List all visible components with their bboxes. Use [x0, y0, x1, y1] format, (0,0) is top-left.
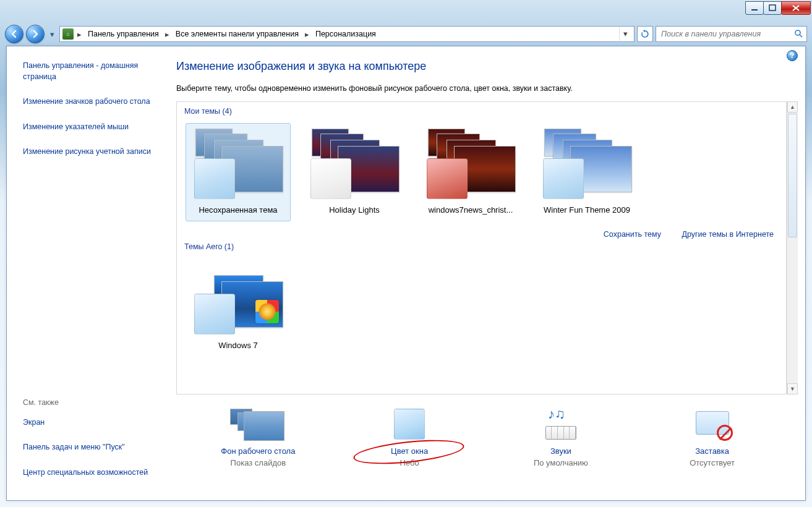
- page-title: Изменение изображения и звука на компьют…: [176, 55, 805, 84]
- window-titlebar: [0, 0, 812, 22]
- theme-label: Winter Fun Theme 2009: [535, 205, 639, 215]
- save-theme-link[interactable]: Сохранить тему: [604, 230, 661, 239]
- theme-label: Holiday Lights: [302, 205, 406, 215]
- theme-unsaved[interactable]: Несохраненная тема: [186, 123, 291, 221]
- close-button[interactable]: [781, 1, 811, 15]
- window-body: Панель управления - домашняя страница Из…: [6, 46, 806, 501]
- page-description: Выберите тему, чтобы одновременно измени…: [176, 84, 805, 101]
- window-color-setting[interactable]: Цвет окна Небо: [338, 406, 481, 467]
- desktop-background-icon: [230, 407, 286, 441]
- theme-holiday-lights[interactable]: Holiday Lights: [302, 123, 407, 221]
- forward-button[interactable]: [26, 25, 45, 43]
- scroll-down-button[interactable]: ▼: [787, 383, 798, 394]
- setting-label: Заставка: [641, 446, 784, 458]
- my-themes-heading: Мои темы (4): [184, 106, 779, 121]
- sidebar-home-link[interactable]: Панель управления - домашняя страница: [23, 58, 161, 93]
- address-bar[interactable]: ⌂ ▸ Панель управления ▸ Все элементы пан…: [59, 26, 635, 42]
- minimize-button[interactable]: [745, 1, 764, 15]
- themes-pane: Мои темы (4) Несохраненная тема: [176, 101, 787, 394]
- theme-winter-fun-2009[interactable]: Winter Fun Theme 2009: [534, 123, 639, 221]
- svg-rect-0: [751, 9, 758, 11]
- chevron-right-icon[interactable]: ▸: [302, 30, 312, 39]
- theme-label: windows7news_christ...: [419, 205, 523, 215]
- address-dropdown-icon[interactable]: ▾: [619, 27, 631, 41]
- control-panel-icon: ⌂: [62, 28, 74, 40]
- window-color-icon: [394, 409, 425, 440]
- setting-label: Фон рабочего стола: [187, 446, 329, 458]
- my-themes-row: Несохраненная тема Holiday Lights: [184, 121, 779, 221]
- search-box[interactable]: [656, 26, 807, 42]
- see-also-heading: См. также: [23, 394, 161, 414]
- nav-row: ▾ ⌂ ▸ Панель управления ▸ Все элементы п…: [0, 22, 812, 46]
- setting-value: Показ слайдов: [187, 458, 329, 467]
- search-icon[interactable]: [794, 29, 803, 40]
- help-button[interactable]: ?: [787, 50, 798, 61]
- setting-value: По умолчанию: [490, 458, 632, 467]
- chevron-right-icon[interactable]: ▸: [163, 30, 172, 39]
- theme-action-links: Сохранить тему Другие темы в Интернете: [184, 221, 779, 241]
- sidebar-link-account-picture[interactable]: Изменение рисунка учетной записи: [23, 143, 161, 169]
- theme-label: Windows 7: [186, 341, 290, 350]
- sidebar-link-mouse-pointers[interactable]: Изменение указателей мыши: [23, 119, 161, 144]
- online-themes-link[interactable]: Другие темы в Интернете: [682, 230, 774, 239]
- sounds-icon: ♪♫: [539, 409, 583, 440]
- nav-history-dropdown[interactable]: ▾: [47, 25, 57, 43]
- theme-label: Несохраненная тема: [186, 205, 290, 215]
- sidebar-link-desktop-icons[interactable]: Изменение значков рабочего стола: [23, 93, 161, 119]
- sidebar-see-also: См. также Экран Панель задач и меню "Пус…: [23, 394, 161, 490]
- aero-themes-row: Windows 7: [184, 256, 779, 357]
- breadcrumb-item[interactable]: Все элементы панели управления: [173, 28, 301, 40]
- chevron-right-icon[interactable]: ▸: [75, 30, 84, 39]
- theme-windows7news-christmas[interactable]: windows7news_christ...: [418, 123, 523, 221]
- svg-rect-1: [769, 5, 776, 11]
- maximize-button[interactable]: [763, 1, 782, 15]
- window-color-chip-icon: [194, 158, 235, 199]
- breadcrumb-item[interactable]: Панель управления: [85, 28, 161, 40]
- window-color-chip-icon: [194, 294, 235, 334]
- see-also-ease-of-access[interactable]: Центр специальных возможностей: [23, 464, 161, 490]
- scroll-up-button[interactable]: ▲: [787, 101, 798, 113]
- breadcrumb-item[interactable]: Персонализация: [313, 28, 378, 40]
- aero-themes-heading: Темы Aero (1): [184, 241, 779, 256]
- see-also-taskbar[interactable]: Панель задач и меню "Пуск": [23, 439, 161, 464]
- window-control-buttons: [746, 1, 811, 15]
- sidebar: Панель управления - домашняя страница Из…: [7, 46, 168, 500]
- window-color-chip-icon: [310, 158, 351, 199]
- svg-point-2: [795, 30, 800, 35]
- content-area: ? Изменение изображения и звука на компь…: [168, 46, 805, 500]
- window-color-chip-icon: [427, 158, 468, 199]
- refresh-button[interactable]: [637, 26, 653, 42]
- theme-windows7[interactable]: Windows 7: [186, 258, 291, 357]
- window-color-chip-icon: [543, 158, 584, 199]
- setting-value: Отсутствует: [641, 458, 784, 467]
- setting-label: Звуки: [490, 446, 632, 458]
- screensaver-icon: [691, 409, 734, 440]
- sounds-setting[interactable]: ♪♫ Звуки По умолчанию: [490, 406, 632, 467]
- scroll-thumb[interactable]: [788, 114, 797, 237]
- screensaver-setting[interactable]: Заставка Отсутствует: [641, 406, 784, 467]
- search-input[interactable]: [660, 29, 794, 39]
- settings-row: Фон рабочего стола Показ слайдов Цвет ок…: [176, 394, 805, 467]
- themes-scrollbar[interactable]: ▲ ▼: [787, 101, 798, 394]
- desktop-background-setting[interactable]: Фон рабочего стола Показ слайдов: [187, 406, 329, 467]
- back-button[interactable]: [5, 25, 24, 43]
- svg-line-3: [800, 35, 802, 37]
- see-also-display[interactable]: Экран: [23, 414, 161, 440]
